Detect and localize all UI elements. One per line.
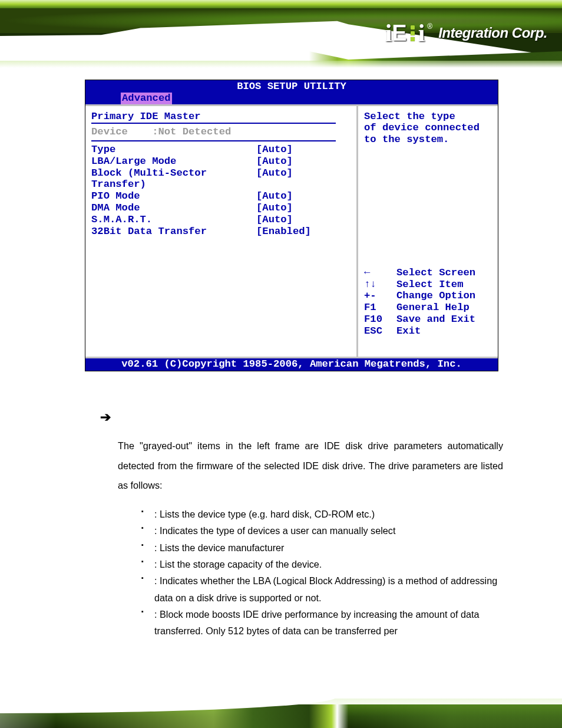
list-item: : List the storage capacity of the devic…: [141, 556, 503, 572]
bios-tab-bar: Advanced: [85, 93, 498, 104]
logo-dots-icon: [411, 25, 415, 41]
logo-registered: ®: [427, 22, 432, 31]
bios-description: Select the type of device connected to t…: [364, 111, 492, 146]
brand-logo: i E i ® Integration Corp.: [385, 19, 547, 47]
logo-i-2: i: [418, 19, 425, 47]
body-content: ➔ The "grayed-out" items in the left fra…: [100, 404, 503, 639]
logo-i-1: i: [385, 19, 392, 47]
key-left-icon: ←: [364, 267, 396, 279]
bios-tab-advanced[interactable]: Advanced: [121, 93, 172, 104]
bios-title: BIOS SETUP UTILITY: [85, 80, 498, 93]
key-f1-icon: F1: [364, 302, 396, 314]
logo-e: E: [392, 21, 406, 46]
parameter-list: : Lists the device type (e.g. hard disk,…: [141, 506, 503, 640]
list-item: : Indicates whether the LBA (Logical Blo…: [141, 572, 503, 606]
bios-screenshot: BIOS SETUP UTILITY Advanced Primary IDE …: [85, 80, 498, 371]
bios-setting-block[interactable]: Block (Multi-Sector Transfer)[Auto]: [91, 167, 351, 191]
bios-footer: v02.61 (C)Copyright 1985-2006, American …: [85, 357, 498, 371]
list-item: : Block mode boosts IDE drive performanc…: [141, 606, 503, 640]
bios-setting-32bit[interactable]: 32Bit Data Transfer[Enabled]: [91, 226, 351, 238]
page-footer: [0, 693, 562, 728]
bios-right-pane: Select the type of device connected to t…: [358, 106, 498, 357]
bios-setting-lba[interactable]: LBA/Large Mode[Auto]: [91, 156, 351, 167]
key-f10-icon: F10: [364, 314, 396, 325]
list-item: : Indicates the type of devices a user c…: [141, 522, 503, 539]
arrow-bullet-icon: ➔: [100, 404, 503, 430]
bios-setting-type[interactable]: Type[Auto]: [91, 144, 351, 156]
brand-text: Integration Corp.: [438, 25, 547, 41]
bios-setting-smart[interactable]: S.M.A.R.T.[Auto]: [91, 214, 351, 226]
bios-device-row: Device :Not Detected: [91, 126, 351, 138]
list-item: : Lists the device type (e.g. hard disk,…: [141, 506, 503, 522]
bios-setting-pio[interactable]: PIO Mode[Auto]: [91, 190, 351, 202]
body-paragraph: The "grayed-out" items in the left frame…: [118, 436, 503, 495]
bios-left-pane: Primary IDE Master Device :Not Detected …: [85, 106, 358, 357]
list-item: : Lists the device manufacturer: [141, 539, 503, 556]
page-header: i E i ® Integration Corp.: [0, 0, 562, 68]
key-plusminus-icon: +-: [364, 290, 396, 302]
bios-help-keys: ←Select Screen ↑↓Select Item +-Change Op…: [364, 267, 492, 337]
key-esc-icon: ESC: [364, 325, 396, 337]
bios-section-heading: Primary IDE Master: [91, 111, 351, 123]
bios-setting-dma[interactable]: DMA Mode[Auto]: [91, 202, 351, 214]
key-updown-icon: ↑↓: [364, 279, 396, 291]
